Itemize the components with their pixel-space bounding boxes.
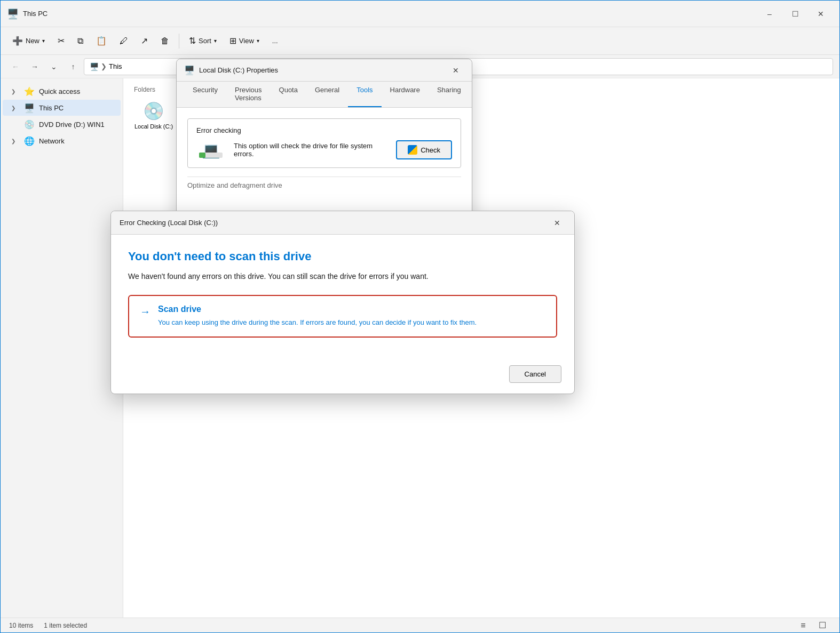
- error-check-description: This option will check the drive for fil…: [234, 142, 387, 158]
- rename-icon: 🖊: [120, 36, 128, 46]
- tab-general[interactable]: General: [306, 82, 348, 107]
- scan-drive-option[interactable]: → Scan drive You can keep using the driv…: [128, 295, 557, 338]
- toolbar-sep: [179, 34, 179, 49]
- error-dialog-title: Error Checking (Local Disk (C:)): [120, 219, 549, 227]
- error-check-row: 💻 This option will check the drive for f…: [196, 140, 452, 160]
- close-button[interactable]: ✕: [809, 5, 833, 23]
- no-scan-description: We haven't found any errors on this driv…: [128, 271, 557, 282]
- network-label: Network: [39, 137, 65, 145]
- tab-hardware[interactable]: Hardware: [382, 82, 429, 107]
- maximize-button[interactable]: ☐: [783, 5, 807, 23]
- forward-button[interactable]: →: [26, 58, 43, 75]
- share-icon: ↗: [141, 36, 148, 46]
- dvd-icon: 💿: [24, 119, 35, 130]
- quick-access-chevron-icon: ❯: [11, 89, 20, 94]
- items-count: 10 items: [9, 622, 33, 629]
- grid-view-button[interactable]: ☐: [814, 617, 831, 634]
- view-chevron-icon: ▾: [257, 38, 259, 44]
- network-icon: 🌐: [24, 135, 35, 146]
- sidebar: ❯ ⭐ Quick access ❯ 🖥️ This PC 💿 DVD Driv…: [1, 78, 123, 618]
- copy-button[interactable]: ⧉: [72, 33, 89, 49]
- delete-button[interactable]: 🗑: [155, 33, 175, 49]
- this-pc-chevron-icon: ❯: [11, 105, 20, 111]
- view-icon: ⊞: [229, 36, 236, 46]
- check-button-label: Check: [421, 146, 440, 154]
- check-button[interactable]: Check: [396, 140, 452, 159]
- status-bar: 10 items 1 item selected ≡ ☐: [1, 618, 839, 632]
- list-view-button[interactable]: ≡: [795, 617, 812, 634]
- paste-button[interactable]: 📋: [91, 33, 112, 49]
- no-scan-heading: You don't need to scan this drive: [128, 250, 557, 263]
- view-label: View: [239, 37, 254, 45]
- cut-button[interactable]: ✂: [52, 33, 70, 49]
- properties-tabs: Security Previous Versions Quota General…: [177, 82, 472, 108]
- share-button[interactable]: ↗: [136, 33, 153, 49]
- breadcrumb-icon: 🖥️: [90, 62, 99, 71]
- rename-button[interactable]: 🖊: [114, 33, 133, 49]
- new-icon: ➕: [12, 36, 23, 46]
- error-dialog-title-bar: Error Checking (Local Disk (C:)) ✕: [111, 211, 574, 235]
- back-button[interactable]: ←: [7, 58, 24, 75]
- this-pc-icon: 🖥️: [24, 102, 35, 113]
- cut-icon: ✂: [58, 36, 65, 46]
- sidebar-item-network[interactable]: ❯ 🌐 Network: [3, 133, 121, 149]
- this-pc-label: This PC: [39, 104, 64, 112]
- sort-icon: ⇅: [189, 36, 196, 46]
- tab-previous-versions[interactable]: Previous Versions: [226, 82, 271, 107]
- properties-close-button[interactable]: ✕: [447, 63, 464, 78]
- breadcrumb-this: This: [109, 62, 122, 70]
- selected-count: 1 item selected: [44, 622, 87, 629]
- error-checking-section: Error checking 💻 This option will check …: [187, 118, 461, 168]
- scan-arrow-icon: →: [140, 306, 150, 318]
- quick-access-label: Quick access: [39, 87, 80, 95]
- breadcrumb-sep: ❯: [101, 62, 107, 70]
- error-dialog-close-button[interactable]: ✕: [549, 215, 566, 230]
- list-item[interactable]: 💿 Local Disk (C:): [130, 97, 178, 134]
- sort-button[interactable]: ⇅ Sort ▾: [184, 33, 222, 49]
- properties-dialog-icon: 🖥️: [184, 65, 195, 76]
- tab-quota[interactable]: Quota: [271, 82, 306, 107]
- explorer-title: This PC: [23, 10, 757, 18]
- error-dialog-body: You don't need to scan this drive We hav…: [111, 235, 574, 359]
- tab-tools[interactable]: Tools: [348, 82, 381, 107]
- error-dialog-footer: Cancel: [111, 359, 574, 394]
- error-cancel-button[interactable]: Cancel: [509, 365, 561, 383]
- window-controls: – ☐ ✕: [757, 5, 833, 23]
- network-chevron-icon: ❯: [11, 138, 20, 144]
- copy-icon: ⧉: [77, 36, 83, 46]
- up-button[interactable]: ↑: [65, 58, 82, 75]
- sidebar-item-this-pc[interactable]: ❯ 🖥️ This PC: [3, 100, 121, 116]
- sidebar-item-quick-access[interactable]: ❯ ⭐ Quick access: [3, 83, 121, 99]
- scan-drive-description: You can keep using the drive during the …: [158, 317, 545, 328]
- view-controls: ≡ ☐: [795, 617, 831, 634]
- drive-bar-fill: [199, 153, 205, 158]
- new-button[interactable]: ➕ New ▾: [7, 33, 50, 49]
- more-label: ...: [272, 37, 278, 45]
- quick-access-icon: ⭐: [24, 86, 35, 97]
- sort-label: Sort: [199, 37, 211, 45]
- new-label: New: [26, 37, 39, 45]
- delete-icon: 🗑: [161, 36, 169, 46]
- drive-bar: [199, 153, 223, 158]
- shield-icon: [408, 145, 417, 155]
- paste-icon: 📋: [96, 36, 107, 46]
- title-bar: 🖥️ This PC – ☐ ✕: [1, 1, 839, 27]
- error-checking-dialog: Error Checking (Local Disk (C:)) ✕ You d…: [110, 211, 575, 394]
- drive-icon: 💻: [196, 140, 225, 160]
- minimize-button[interactable]: –: [757, 5, 782, 23]
- tab-security[interactable]: Security: [184, 82, 226, 107]
- history-button[interactable]: ⌄: [45, 58, 62, 75]
- properties-content: Error checking 💻 This option will check …: [177, 108, 472, 214]
- new-chevron-icon: ▾: [42, 38, 45, 44]
- error-checking-title: Error checking: [196, 126, 452, 134]
- scan-drive-label: Scan drive: [158, 305, 545, 314]
- more-button[interactable]: ...: [267, 34, 283, 48]
- dvd-label: DVD Drive (D:) WIN1: [39, 121, 105, 129]
- sidebar-item-dvd-drive[interactable]: 💿 DVD Drive (D:) WIN1: [3, 116, 121, 132]
- view-button[interactable]: ⊞ View ▾: [224, 33, 265, 49]
- defrag-section: Optimize and defragment drive: [187, 177, 461, 189]
- toolbar: ➕ New ▾ ✂ ⧉ 📋 🖊 ↗ 🗑 ⇅ Sort ▾ ⊞ Vie: [1, 27, 839, 55]
- explorer-icon: 🖥️: [7, 8, 19, 20]
- properties-dialog-title: Local Disk (C:) Properties: [199, 66, 447, 74]
- tab-sharing[interactable]: Sharing: [429, 82, 470, 107]
